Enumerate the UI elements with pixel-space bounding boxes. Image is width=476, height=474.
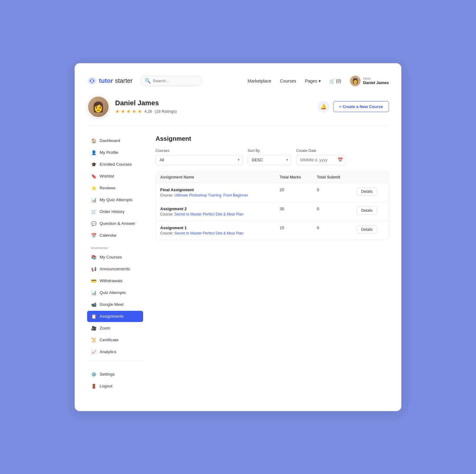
sidebar-item-google-meet[interactable]: 📹 Google Meet xyxy=(87,299,143,310)
col-action xyxy=(352,172,389,183)
sidebar-item-announcements[interactable]: 📢 Announcements xyxy=(87,263,143,275)
logo: tutorstarter xyxy=(87,77,133,85)
sidebar-item-withdrawals[interactable]: 💳 Withdrawals xyxy=(87,275,143,287)
sidebar-item-my-profile[interactable]: 👤 My Profile xyxy=(87,147,143,158)
sidebar-label-dashboard: Dashboard xyxy=(100,138,120,143)
course-link-2[interactable]: Secret to Master Perfect Diet & Meal Pla… xyxy=(174,212,243,216)
sidebar-item-reviews[interactable]: ⭐ Reviews xyxy=(87,182,143,194)
courses-filter-label: Courses xyxy=(156,149,243,153)
search-input[interactable] xyxy=(153,78,196,83)
sidebar-label-withdrawals: Withdrawals xyxy=(100,278,123,283)
sort-select[interactable]: DESC ASC xyxy=(248,155,291,165)
sidebar-label-settings: Settings xyxy=(100,372,115,377)
sidebar-label-logout: Logout xyxy=(100,384,112,388)
nav-pages[interactable]: Pages ▾ xyxy=(305,78,321,83)
nav-marketplace[interactable]: Marketplace xyxy=(248,78,271,83)
sidebar-item-order-history[interactable]: 🛒 Order History xyxy=(87,206,143,217)
sidebar-label-my-profile: My Profile xyxy=(100,150,118,155)
sidebar-item-settings[interactable]: ⚙️ Settings xyxy=(87,369,143,380)
sidebar-label-certificate: Certificate xyxy=(100,338,119,342)
sort-filter-group: Sort By DESC ASC xyxy=(248,149,291,165)
total-marks-3: 15 xyxy=(275,221,313,240)
user-name: Daniel James xyxy=(363,80,389,85)
sidebar-item-question-answer[interactable]: 💬 Question & Answer xyxy=(87,218,143,229)
profile-info: Daniel James ★ ★ ★ ★ ★ 4.26 (19 Ratings) xyxy=(115,99,312,114)
details-button-2[interactable]: Details xyxy=(357,206,377,215)
svg-point-0 xyxy=(88,77,96,85)
star-3: ★ xyxy=(126,108,131,114)
user-text: Hello Daniel James xyxy=(363,77,389,85)
details-button-1[interactable]: Details xyxy=(357,187,377,196)
content-area: Assignment Courses All Sort By DESC xyxy=(143,135,389,392)
rating-count: (19 Ratings) xyxy=(155,109,177,114)
sidebar-item-assignments[interactable]: 📋 Assignments xyxy=(87,311,143,322)
settings-icon: ⚙️ xyxy=(91,372,96,377)
profile-icon: 👤 xyxy=(91,150,96,155)
create-course-button[interactable]: + Create a New Course xyxy=(333,101,389,112)
action-cell-2: Details xyxy=(352,202,389,221)
assignment-name-cell: Assignment 1 Course: Secret to Master Pe… xyxy=(156,221,275,240)
sidebar-label-quiz-attempts-inst: Quiz Attempts xyxy=(100,290,126,295)
profile-actions: 🔔 + Create a New Course xyxy=(318,101,389,113)
sidebar-item-zoom[interactable]: 🎥 Zoom xyxy=(87,323,143,334)
search-box[interactable]: 🔍 xyxy=(140,76,202,86)
action-cell-3: Details xyxy=(352,221,389,240)
star-4: ★ xyxy=(132,108,136,114)
assignment-name-cell: Final Assignment Course: Ultimate Photos… xyxy=(156,183,275,202)
assignment-name-1: Final Assignment xyxy=(160,187,271,192)
course-link-3[interactable]: Secret to Master Perfect Diet & Meal Pla… xyxy=(174,231,243,235)
order-icon: 🛒 xyxy=(91,209,96,215)
google-meet-icon: 📹 xyxy=(91,302,96,307)
assignments-table-container: Assignment Name Total Marks Total Submit… xyxy=(156,171,389,240)
svg-point-1 xyxy=(90,80,91,82)
sidebar-label-announcements: Announcements xyxy=(100,267,130,271)
profile-header: 👩 Daniel James ★ ★ ★ ★ ★ 4.26 (19 Rating… xyxy=(87,96,389,126)
announcements-icon: 📢 xyxy=(91,266,96,272)
date-input-wrap: 📅 xyxy=(296,155,346,165)
sidebar-item-analytics[interactable]: 📈 Analytics xyxy=(87,346,143,358)
main-layout: 🏠 Dashboard 👤 My Profile 🎓 Enrolled Cour… xyxy=(87,135,389,392)
sidebar-item-certificate[interactable]: 📜 Certificate xyxy=(87,334,143,346)
sidebar-item-quiz-attempts[interactable]: 📊 My Quiz Attempts xyxy=(87,194,143,206)
outer-card: tutorstarter 🔍 Marketplace Courses Pages… xyxy=(75,63,401,411)
sort-filter-label: Sort By xyxy=(248,149,291,153)
nav-links: Marketplace Courses Pages ▾ 🛒 (0) 👩 Hell… xyxy=(248,76,389,86)
date-filter-label: Create Date xyxy=(296,149,346,153)
sidebar-item-logout[interactable]: 🚪 Logout xyxy=(87,381,143,392)
course-link-1[interactable]: Ultimate Photoshop Training: From Beginn… xyxy=(174,193,248,197)
sidebar-item-my-courses[interactable]: 📚 My Courses xyxy=(87,252,143,263)
table-row: Assignment 2 Course: Secret to Master Pe… xyxy=(156,202,389,221)
total-submit-2: 0 xyxy=(313,202,352,221)
assignment-course-1: Course: Ultimate Photoshop Training: Fro… xyxy=(160,193,271,197)
total-submit-3: 0 xyxy=(313,221,352,240)
courses-filter-group: Courses All xyxy=(156,149,243,165)
user-hello: Hello xyxy=(363,77,389,80)
logo-starter: starter xyxy=(115,77,133,84)
quiz-inst-icon: 📊 xyxy=(91,290,96,296)
sidebar-item-dashboard[interactable]: 🏠 Dashboard xyxy=(87,135,143,146)
svg-point-2 xyxy=(93,80,95,82)
sidebar-label-calendar: Calendar xyxy=(100,233,117,238)
table-body: Final Assignment Course: Ultimate Photos… xyxy=(156,183,389,240)
profile-avatar: 👩 xyxy=(87,96,110,118)
logout-icon: 🚪 xyxy=(91,383,96,389)
sidebar-item-wishlist[interactable]: 🔖 Wishlist xyxy=(87,171,143,182)
star-5: ★ xyxy=(138,108,142,114)
dashboard-icon: 🏠 xyxy=(91,138,96,144)
search-icon: 🔍 xyxy=(145,78,151,84)
bell-button[interactable]: 🔔 xyxy=(318,101,329,113)
col-assignment-name: Assignment Name xyxy=(156,172,275,183)
courses-select-wrap: All xyxy=(156,155,243,165)
sidebar-item-calendar[interactable]: 📅 Calendar xyxy=(87,230,143,241)
nav-cart[interactable]: 🛒 (0) xyxy=(329,78,341,83)
page-title: Assignment xyxy=(156,135,389,142)
sidebar-label-my-courses: My Courses xyxy=(100,255,122,259)
sidebar-item-enrolled-courses[interactable]: 🎓 Enrolled Courses xyxy=(87,159,143,170)
sidebar-item-quiz-attempts-inst[interactable]: 📊 Quiz Attempts xyxy=(87,287,143,298)
nav-courses[interactable]: Courses xyxy=(280,78,296,83)
sidebar-label-reviews: Reviews xyxy=(100,186,115,190)
details-button-3[interactable]: Details xyxy=(357,225,377,234)
assignment-name-cell: Assignment 2 Course: Secret to Master Pe… xyxy=(156,202,275,221)
courses-select[interactable]: All xyxy=(156,155,243,165)
date-input[interactable] xyxy=(296,155,346,165)
